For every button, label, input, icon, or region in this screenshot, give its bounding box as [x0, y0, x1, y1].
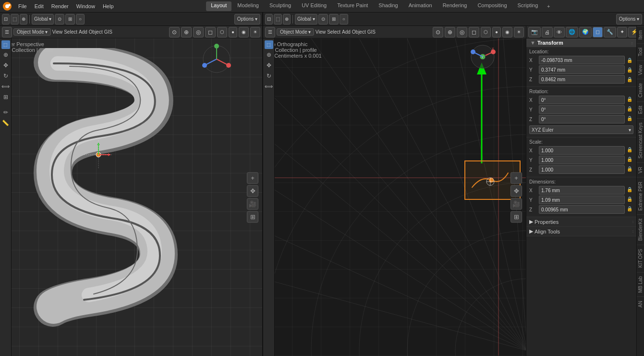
- rotation-z-lock[interactable]: 🔒: [627, 116, 633, 123]
- toolbar-snapping-right[interactable]: ⊞: [329, 14, 339, 25]
- toolbar-cursor-right[interactable]: ⊕: [283, 14, 291, 25]
- tab-sculpting[interactable]: Sculpting: [265, 1, 296, 11]
- object-mode-left[interactable]: Object Mode ▾: [13, 28, 51, 36]
- toolbar-mode-icon-right[interactable]: ⊡: [265, 14, 273, 25]
- vtab-create[interactable]: Create: [637, 79, 644, 101]
- object-mode-right[interactable]: Object Mode ▾: [277, 28, 314, 36]
- toolbar-pivot-left[interactable]: ⊙: [55, 14, 64, 25]
- toolbar-cursor[interactable]: ⊕: [20, 14, 27, 25]
- tool-cursor-left[interactable]: ⊕: [1, 50, 11, 60]
- scale-z-value[interactable]: 1.000: [539, 165, 625, 174]
- toolbar-proportional-left[interactable]: ○: [76, 14, 85, 25]
- shading-wire-right[interactable]: ⬡: [481, 27, 491, 37]
- shading-solid-left[interactable]: ●: [229, 27, 237, 37]
- viewport-left-canvas[interactable]: User Perspective (1) Collection | profil…: [0, 38, 262, 356]
- tool-camera-right[interactable]: 🎥: [510, 198, 522, 209]
- menu-file[interactable]: File: [14, 2, 31, 10]
- viewport-display-right[interactable]: ⊙: [433, 27, 443, 37]
- vtab-screencast[interactable]: Screencast Keys: [637, 118, 644, 162]
- tool-zoom-in[interactable]: +: [247, 172, 258, 184]
- tool-move-left[interactable]: ✥: [1, 61, 11, 70]
- axis-widget-right[interactable]: X Y: [468, 42, 497, 72]
- xyz-euler-dropdown[interactable]: XYZ Euler ▾: [529, 125, 633, 134]
- toolbar-snapping-left[interactable]: ⊞: [65, 14, 75, 25]
- shading-material-right[interactable]: ◉: [502, 27, 512, 37]
- transform-orientation-right[interactable]: Global ▾: [295, 14, 317, 25]
- vtab-item[interactable]: Item: [637, 26, 644, 43]
- dimensions-y-value[interactable]: 1.09 mm: [539, 196, 625, 204]
- options-btn-left[interactable]: Options ▾: [234, 14, 260, 25]
- rotation-x-value[interactable]: 0°: [539, 96, 625, 104]
- properties-collapse[interactable]: ▶ Properties ::: [526, 217, 636, 227]
- viewport-xray-left[interactable]: ◻: [205, 27, 216, 37]
- location-x-value[interactable]: -0.098703 mm: [539, 56, 625, 64]
- rotation-z-value[interactable]: 0°: [539, 115, 625, 123]
- options-btn-right[interactable]: Options ▾: [616, 14, 642, 25]
- viewport-right-menu-icon[interactable]: ☰: [265, 27, 275, 37]
- tool-rotate-right-panel[interactable]: ↻: [264, 71, 274, 81]
- panel-icon-particles[interactable]: ✦: [617, 27, 627, 37]
- viewport-right-canvas[interactable]: Top Orthographic (1) Collection | profil…: [263, 38, 526, 356]
- transform-drag-handle[interactable]: ::: [631, 41, 632, 45]
- tool-scale-left[interactable]: ⟺: [1, 82, 11, 91]
- tool-zoom-in-right[interactable]: +: [510, 172, 522, 184]
- axis-widget-left[interactable]: Y: [200, 42, 233, 77]
- tab-shading[interactable]: Shading: [374, 1, 402, 11]
- nav-object-left[interactable]: Object: [89, 29, 103, 35]
- scale-y-lock[interactable]: 🔒: [627, 157, 633, 163]
- nav-view-left[interactable]: View: [52, 29, 63, 35]
- tool-grid[interactable]: ⊞: [247, 211, 258, 222]
- viewport-overlay-right[interactable]: ◎: [457, 27, 467, 37]
- panel-icon-output[interactable]: 🖨: [542, 27, 553, 37]
- tool-scale-right-panel[interactable]: ⟺: [264, 82, 274, 91]
- tool-annotate-left[interactable]: ✏: [1, 108, 11, 117]
- scale-y-value[interactable]: 1.000: [539, 156, 625, 164]
- toolbar-pivot-right[interactable]: ⊙: [318, 14, 328, 25]
- panel-icon-object[interactable]: ◻: [593, 27, 603, 37]
- tab-texture-paint[interactable]: Texture Paint: [332, 1, 373, 11]
- blender-logo[interactable]: [2, 1, 12, 12]
- tool-rotate-left[interactable]: ↻: [1, 71, 11, 81]
- tool-transform-left[interactable]: ⊞: [1, 92, 11, 102]
- tool-camera[interactable]: 🎥: [247, 198, 258, 209]
- tool-move-right-panel[interactable]: ✥: [264, 61, 274, 70]
- nav-select-left[interactable]: Select: [64, 29, 77, 35]
- properties-drag[interactable]: ::: [632, 220, 633, 224]
- scale-z-lock[interactable]: 🔒: [627, 166, 633, 173]
- nav-add-left[interactable]: Add: [79, 29, 87, 35]
- toolbar-select-box-right[interactable]: ⬚: [274, 14, 282, 25]
- tool-pan[interactable]: ✥: [247, 185, 258, 196]
- vtab-mb-lab[interactable]: MB Lab: [637, 272, 644, 296]
- nav-select-right[interactable]: Select: [327, 29, 340, 35]
- vtab-blenderkit[interactable]: BlenderKit: [637, 214, 644, 245]
- tool-select-box-left[interactable]: ⬚: [1, 40, 10, 49]
- align-tools-drag[interactable]: ::: [632, 229, 633, 233]
- rotation-y-lock[interactable]: 🔒: [627, 106, 633, 113]
- vtab-tool[interactable]: Tool: [637, 43, 644, 60]
- menu-window[interactable]: Window: [73, 2, 99, 10]
- transform-orientation-left[interactable]: Global ▾: [32, 14, 54, 25]
- viewport-display-left[interactable]: ⊙: [169, 27, 180, 37]
- tab-rendering[interactable]: Rendering: [438, 1, 472, 11]
- tab-scripting[interactable]: Scripting: [513, 1, 543, 11]
- menu-help[interactable]: Help: [99, 2, 118, 10]
- shading-rendered-left[interactable]: ☀: [250, 27, 260, 37]
- shading-wire-left[interactable]: ⬡: [217, 27, 227, 37]
- panel-icon-render[interactable]: 📷: [528, 27, 541, 37]
- scale-x-value[interactable]: 1.000: [539, 146, 625, 155]
- menu-edit[interactable]: Edit: [31, 2, 48, 10]
- toolbar-mode-icon-left[interactable]: ⊡: [2, 14, 10, 25]
- tab-animation[interactable]: Animation: [404, 1, 437, 11]
- nav-gis-right[interactable]: GIS: [367, 29, 376, 35]
- nav-add-right[interactable]: Add: [342, 29, 351, 35]
- rotation-x-lock[interactable]: 🔒: [627, 97, 633, 103]
- vtab-view[interactable]: View: [637, 61, 644, 79]
- viewport-left-menu-icon[interactable]: ☰: [2, 27, 12, 37]
- shading-solid-right[interactable]: ●: [492, 27, 501, 37]
- shading-rendered-right[interactable]: ☀: [514, 27, 524, 37]
- vtab-extreme-pbr[interactable]: Extreme PBR: [637, 177, 644, 215]
- align-tools-collapse[interactable]: ▶ Align Tools ::: [526, 227, 636, 236]
- vtab-vr[interactable]: VR: [637, 162, 644, 177]
- toolbar-select-box[interactable]: ⬚: [11, 14, 19, 25]
- tool-grid-right[interactable]: ⊞: [510, 211, 522, 222]
